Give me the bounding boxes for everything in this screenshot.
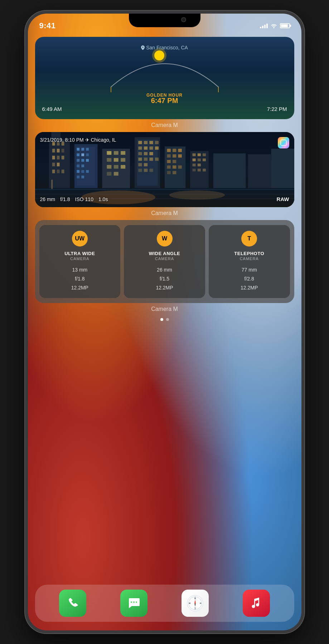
- svg-rect-106: [248, 154, 271, 188]
- photo-widget-label: Camera M: [35, 210, 294, 216]
- svg-rect-74: [138, 163, 142, 166]
- ultra-wide-name: ULTRA WIDE CAMERA: [64, 251, 95, 261]
- telephoto-camera-card[interactable]: T TELEPHOTO CAMERA 77 mm f/2.8 12.2MP: [209, 225, 290, 298]
- svg-rect-107: [271, 149, 294, 188]
- photo-format: RAW: [277, 196, 289, 202]
- wa-aperture: f/1.5: [127, 274, 202, 283]
- svg-rect-69: [149, 152, 153, 155]
- svg-rect-54: [121, 165, 125, 169]
- svg-point-3: [152, 48, 166, 63]
- svg-rect-99: [203, 158, 206, 161]
- svg-rect-52: [107, 165, 111, 169]
- telephoto-specs: 77 mm f/2.8 12.2MP: [212, 265, 286, 293]
- svg-rect-43: [77, 176, 79, 179]
- svg-rect-48: [121, 151, 125, 155]
- svg-rect-90: [178, 165, 182, 169]
- music-app-icon[interactable]: [243, 590, 270, 617]
- svg-rect-23: [57, 163, 59, 166]
- front-camera: [181, 17, 186, 22]
- svg-rect-16: [52, 149, 55, 152]
- svg-rect-92: [172, 171, 176, 174]
- wa-megapixels: 12.2MP: [127, 283, 202, 292]
- cameras-widget[interactable]: UW ULTRA WIDE CAMERA 13 mm f/1.8 12.2MP …: [35, 220, 294, 303]
- svg-text:N: N: [194, 597, 196, 600]
- svg-rect-35: [77, 159, 79, 162]
- svg-rect-83: [167, 154, 170, 157]
- status-time: 9:41: [39, 21, 56, 30]
- svg-rect-70: [138, 157, 142, 161]
- telephoto-icon: T: [241, 231, 257, 247]
- page-dot-0: [160, 318, 163, 321]
- uw-megapixels: 12.2MP: [43, 283, 117, 292]
- svg-rect-22: [52, 163, 55, 166]
- wide-angle-camera-card[interactable]: W WIDE ANGLE CAMERA 26 mm f/1.5 12.2MP: [124, 225, 205, 298]
- tp-aperture: f/2.8: [212, 274, 286, 283]
- messages-app-icon[interactable]: [120, 590, 147, 617]
- camera-m-icon: [278, 137, 289, 148]
- svg-rect-94: [192, 153, 195, 156]
- svg-rect-109: [51, 180, 53, 189]
- wide-angle-icon: W: [157, 231, 173, 247]
- svg-rect-37: [86, 159, 89, 162]
- svg-rect-34: [86, 153, 89, 156]
- svg-rect-75: [144, 163, 147, 166]
- svg-rect-44: [81, 176, 84, 179]
- svg-rect-18: [61, 149, 64, 152]
- safari-app-icon[interactable]: N S E W: [182, 590, 209, 617]
- svg-rect-84: [172, 154, 176, 157]
- phone-app-icon[interactable]: [59, 590, 86, 617]
- golden-hour-time: 6:47 PM: [35, 97, 294, 105]
- ultra-wide-camera-card[interactable]: UW ULTRA WIDE CAMERA 13 mm f/1.8 12.2MP: [39, 225, 121, 298]
- wifi-icon: [271, 23, 277, 28]
- uw-aperture: f/1.8: [43, 274, 117, 283]
- svg-rect-67: [138, 152, 142, 155]
- svg-rect-86: [167, 160, 170, 163]
- status-icons: [260, 23, 290, 28]
- svg-rect-97: [192, 158, 195, 161]
- focal-length: 26 mm: [40, 196, 55, 202]
- svg-rect-77: [144, 169, 147, 172]
- photo-widget[interactable]: 3/21/2019, 8:10 PM ✈ Chicago, IL 26 mm f…: [35, 132, 294, 207]
- svg-rect-103: [197, 169, 200, 171]
- svg-rect-85: [178, 154, 182, 157]
- svg-rect-102: [192, 169, 195, 171]
- svg-rect-39: [81, 165, 84, 167]
- cameras-widget-label: Camera M: [35, 306, 294, 312]
- svg-rect-25: [57, 170, 59, 173]
- wide-angle-specs: 26 mm f/1.5 12.2MP: [127, 265, 202, 293]
- svg-rect-53: [113, 165, 118, 169]
- svg-rect-17: [57, 149, 59, 152]
- svg-rect-104: [203, 169, 206, 171]
- svg-rect-56: [113, 172, 118, 175]
- svg-rect-100: [192, 164, 195, 166]
- photo-specs: 26 mm f/1.8 ISO 110 1.0s: [40, 196, 108, 202]
- wa-focal-length: 26 mm: [127, 265, 202, 274]
- battery-icon: [280, 23, 290, 28]
- tp-focal-length: 77 mm: [212, 265, 286, 274]
- svg-rect-81: [172, 149, 176, 152]
- svg-rect-91: [167, 171, 170, 174]
- aperture: f/1.8: [60, 196, 70, 202]
- svg-rect-55: [107, 172, 111, 175]
- svg-rect-96: [203, 153, 206, 156]
- dock: N S E W: [35, 585, 294, 622]
- svg-rect-42: [86, 170, 89, 173]
- battery-fill: [281, 24, 288, 27]
- svg-rect-20: [57, 156, 59, 159]
- svg-point-117: [133, 601, 135, 603]
- page-indicator: [35, 318, 294, 321]
- svg-rect-26: [61, 170, 64, 173]
- svg-rect-98: [197, 158, 200, 161]
- svg-rect-89: [172, 165, 176, 169]
- svg-rect-21: [61, 156, 64, 159]
- signal-strength-icon: [260, 23, 268, 28]
- svg-rect-46: [107, 151, 111, 155]
- wide-angle-name: WIDE ANGLE CAMERA: [149, 251, 180, 261]
- svg-rect-36: [81, 159, 84, 162]
- svg-rect-105: [213, 153, 246, 188]
- golden-hour-widget[interactable]: San Francisco, CA GOLDEN HOUR 6:47 PM 6:…: [35, 37, 294, 119]
- svg-rect-115: [281, 140, 286, 146]
- iso: ISO 110: [75, 196, 93, 202]
- svg-rect-72: [149, 157, 153, 161]
- svg-rect-38: [77, 165, 79, 167]
